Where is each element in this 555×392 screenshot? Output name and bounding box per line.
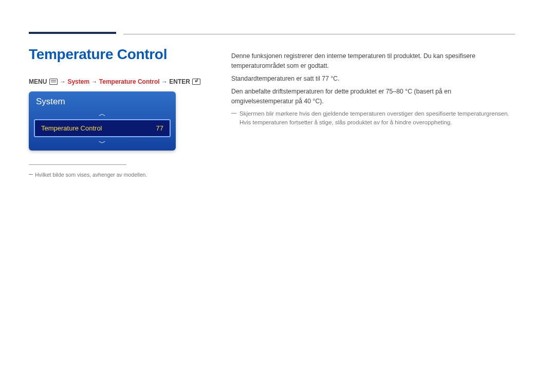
footnote: Hvilket bilde som vises, avhenger av mod… [29,172,147,178]
osd-row-label: Temperature Control [41,124,102,132]
breadcrumb-arrow: → [161,78,168,85]
body-p3: Den anbefalte driftstemperaturen for det… [231,87,515,106]
osd-header: System [29,91,176,109]
breadcrumb-enter: ENTER [169,78,190,85]
enter-icon [192,79,200,85]
breadcrumb-menu: MENU [29,78,47,85]
osd-selected-row[interactable]: Temperature Control 77 [34,119,171,137]
osd-panel: System ︿ Temperature Control 77 ﹀ [29,91,176,151]
body-subnote: Skjermen blir mørkere hvis den gjeldende… [231,109,515,126]
menu-icon [49,79,58,85]
breadcrumb-arrow: → [91,78,97,85]
breadcrumb-system: System [67,78,89,85]
dash-icon [29,174,33,175]
footnote-text: Hvilket bilde som vises, avhenger av mod… [35,172,147,178]
header-rule [123,34,515,34]
breadcrumb: MENU → System → Temperature Control → EN… [29,78,201,85]
osd-row-value: 77 [156,124,163,132]
breadcrumb-temp: Temperature Control [99,78,160,85]
breadcrumb-arrow: → [60,78,66,85]
body-copy: Denne funksjonen registrerer den interne… [231,51,515,127]
arrow-down-button[interactable]: ﹀ [29,138,176,147]
body-p1: Denne funksjonen registrerer den interne… [231,51,515,71]
arrow-up-button[interactable]: ︿ [29,109,176,118]
body-subnote-text: Skjermen blir mørkere hvis den gjeldende… [239,109,515,126]
footnote-rule [29,164,126,165]
dash-icon [231,113,236,114]
page-title: Temperature Control [29,46,167,63]
section-marker [29,32,116,34]
body-p2: Standardtemperaturen er satt til 77 °C. [231,74,515,84]
